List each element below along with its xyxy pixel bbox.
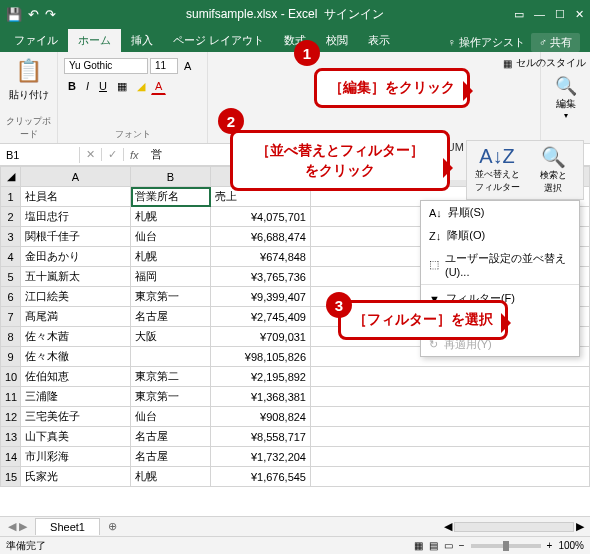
- new-sheet-icon[interactable]: ⊕: [100, 520, 125, 533]
- undo-icon[interactable]: ↶: [28, 7, 39, 22]
- sort-asc-icon: A↓: [429, 207, 442, 219]
- font-name-select[interactable]: Yu Gothic: [64, 58, 148, 74]
- font-color-icon[interactable]: A: [151, 78, 166, 95]
- status-bar: 準備完了 ▦ ▤ ▭ − + 100%: [0, 536, 590, 554]
- redo-icon[interactable]: ↷: [45, 7, 56, 22]
- sheet-tab-sheet1[interactable]: Sheet1: [35, 518, 100, 535]
- col-header-B[interactable]: B: [131, 167, 211, 187]
- fx-icon[interactable]: fx: [124, 149, 145, 161]
- view-pagebreak-icon[interactable]: ▭: [444, 540, 453, 551]
- callout-2: ［並べ替えとフィルター］をクリック: [230, 130, 450, 191]
- status-ready: 準備完了: [6, 539, 46, 553]
- sort-az-icon: A↓Z: [479, 145, 515, 168]
- select-all-corner[interactable]: ◢: [1, 167, 21, 187]
- bold-button[interactable]: B: [64, 78, 80, 95]
- magnifier-icon: 🔍: [541, 145, 566, 169]
- tab-home[interactable]: ホーム: [68, 29, 121, 52]
- callout-3: ［フィルター］を選択: [338, 300, 508, 340]
- sort-filter-button[interactable]: A↓Z 並べ替えと フィルター: [471, 145, 523, 195]
- minimize-icon[interactable]: —: [534, 8, 545, 21]
- share-button[interactable]: ♂ 共有: [531, 33, 580, 52]
- tell-me[interactable]: ♀ 操作アシスト: [447, 35, 524, 50]
- clipboard-label: クリップボード: [6, 113, 51, 141]
- font-label: フォント: [64, 126, 201, 141]
- annotation-number-3: 3: [326, 292, 352, 318]
- zoom-level[interactable]: 100%: [558, 540, 584, 551]
- annotation-number-1: 1: [294, 40, 320, 66]
- enter-icon[interactable]: ✓: [102, 148, 124, 161]
- cell-selected[interactable]: 営業所名: [131, 187, 211, 207]
- window-title: sumifsample.xlsx - Excel: [186, 7, 317, 21]
- font-size-select[interactable]: 11: [150, 58, 178, 74]
- signin-link[interactable]: サインイン: [324, 7, 384, 21]
- sort-desc-icon: Z↓: [429, 230, 441, 242]
- close-icon[interactable]: ✕: [575, 8, 584, 21]
- border-icon[interactable]: ▦: [113, 78, 131, 95]
- menu-sort-desc[interactable]: Z↓降順(O): [421, 224, 579, 247]
- row-header[interactable]: 1: [1, 187, 21, 207]
- hscroll-track[interactable]: [454, 522, 574, 532]
- paste-button[interactable]: 貼り付け: [9, 88, 49, 102]
- maximize-icon[interactable]: ☐: [555, 8, 565, 21]
- zoom-slider[interactable]: [471, 544, 541, 548]
- fill-color-icon[interactable]: ◢: [133, 78, 149, 95]
- view-pagelayout-icon[interactable]: ▤: [429, 540, 438, 551]
- tab-file[interactable]: ファイル: [4, 29, 68, 52]
- grow-font-icon[interactable]: A: [180, 58, 195, 74]
- callout-1: ［編集］をクリック: [314, 68, 470, 108]
- tab-view[interactable]: 表示: [358, 29, 400, 52]
- cell[interactable]: 社員名: [21, 187, 131, 207]
- zoom-in-icon[interactable]: +: [547, 540, 553, 551]
- name-box[interactable]: B1: [0, 147, 80, 163]
- scroll-right-icon[interactable]: ▶: [576, 520, 584, 533]
- sheet-tab-bar: ◀ ▶ Sheet1 ⊕ ◀ ▶: [0, 516, 590, 536]
- sheet-nav-icon[interactable]: ◀ ▶: [0, 520, 35, 533]
- scroll-left-icon[interactable]: ◀: [444, 520, 452, 533]
- col-header-A[interactable]: A: [21, 167, 131, 187]
- annotation-number-2: 2: [218, 108, 244, 134]
- tab-review[interactable]: 校閲: [316, 29, 358, 52]
- find-icon: 🔍: [555, 75, 577, 97]
- paste-icon[interactable]: 📋: [15, 58, 42, 84]
- italic-button[interactable]: I: [82, 78, 93, 95]
- custom-sort-icon: ⬚: [429, 258, 439, 271]
- find-select-button[interactable]: 🔍 検索と 選択: [527, 145, 579, 195]
- view-normal-icon[interactable]: ▦: [414, 540, 423, 551]
- zoom-out-icon[interactable]: −: [459, 540, 465, 551]
- tab-pagelayout[interactable]: ページ レイアウト: [163, 29, 274, 52]
- cell-styles-button[interactable]: ▦ セルのスタイル: [503, 56, 586, 70]
- title-bar: 💾 ↶ ↷ sumifsample.xlsx - Excel サインイン ▭ —…: [0, 0, 590, 28]
- underline-button[interactable]: U: [95, 78, 111, 95]
- menu-custom-sort[interactable]: ⬚ユーザー設定の並べ替え(U)...: [421, 247, 579, 282]
- edit-label: 編集: [556, 97, 576, 111]
- ribbon-options-icon[interactable]: ▭: [514, 8, 524, 21]
- menu-sort-asc[interactable]: A↓昇順(S): [421, 201, 579, 224]
- cancel-icon[interactable]: ✕: [80, 148, 102, 161]
- sort-filter-panel: A↓Z 並べ替えと フィルター 🔍 検索と 選択: [466, 140, 584, 200]
- tab-insert[interactable]: 挿入: [121, 29, 163, 52]
- save-icon[interactable]: 💾: [6, 7, 22, 22]
